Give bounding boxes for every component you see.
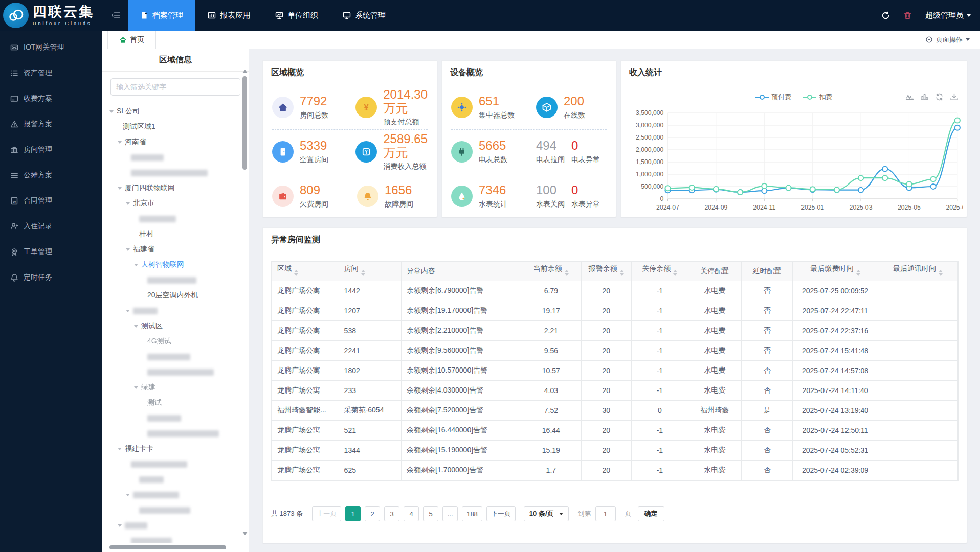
tree-item[interactable]: 北京市 <box>102 196 249 211</box>
prev-page-button[interactable]: 上一页 <box>312 506 341 521</box>
tree-caret-icon[interactable] <box>126 310 130 314</box>
nav-tab-2[interactable]: 报表应用 <box>195 0 263 31</box>
page-button-3[interactable]: 3 <box>384 506 399 521</box>
column-header[interactable]: 报警余额 <box>581 262 631 281</box>
column-header[interactable]: 区域 <box>272 262 339 281</box>
tree-caret-icon[interactable] <box>118 187 122 192</box>
tree-item[interactable]: 厦门四联物联网 <box>102 180 249 196</box>
tree-item[interactable]: 大树智物联网 <box>102 257 249 272</box>
scroll-up-arrow-icon[interactable] <box>242 67 248 73</box>
table-row[interactable]: 龙腾广场公寓233余额剩余[4.030000]告警4.0320-1水电费否202… <box>272 381 958 401</box>
tree-caret-icon[interactable] <box>126 202 130 207</box>
tree-item-redacted[interactable] <box>102 272 249 288</box>
page-actions-button[interactable]: 页面操作 <box>915 31 980 49</box>
sort-icon[interactable] <box>673 268 677 278</box>
sort-icon[interactable] <box>294 268 298 278</box>
tree-item[interactable]: 20层空调内外机 <box>102 288 249 303</box>
tree-item-redacted[interactable] <box>102 456 249 472</box>
page-button-2[interactable]: 2 <box>365 506 380 521</box>
sort-icon[interactable] <box>620 268 624 278</box>
goto-page-input[interactable] <box>595 506 616 521</box>
trash-icon[interactable] <box>903 11 912 20</box>
download-icon[interactable] <box>950 93 959 101</box>
sort-icon[interactable] <box>565 268 569 278</box>
table-row[interactable]: 龙腾广场公寓1344余额剩余[15.190000]告警15.1920-1水电费否… <box>272 441 958 461</box>
column-header[interactable]: 当前余额 <box>521 262 581 281</box>
tree-item-redacted[interactable] <box>102 410 249 426</box>
sort-icon[interactable] <box>939 268 943 278</box>
sidebar-item[interactable]: IOT网关管理 <box>0 35 102 60</box>
tree-caret-icon[interactable] <box>126 248 130 253</box>
tree-item[interactable]: 桂村 <box>102 226 249 242</box>
tree-item-redacted[interactable] <box>102 364 249 380</box>
tree-item[interactable]: 测试区 <box>102 318 249 334</box>
column-header[interactable]: 关停余额 <box>631 262 688 281</box>
sidebar-item[interactable]: 公摊方案 <box>0 163 102 188</box>
scrollbar-thumb[interactable] <box>242 76 247 170</box>
tree-caret-icon[interactable] <box>118 524 122 529</box>
sidebar-item[interactable]: 工单管理 <box>0 239 102 265</box>
sidebar-item[interactable]: 房间管理 <box>0 137 102 163</box>
nav-tab-3[interactable]: 单位组织 <box>263 0 330 31</box>
table-row[interactable]: 龙腾广场公寓521余额剩余[16.440000]告警16.4420-1水电费否2… <box>272 421 958 441</box>
tree-item[interactable]: 福建卡卡 <box>102 441 249 456</box>
column-header[interactable]: 最后缴费时间 <box>793 262 878 281</box>
tree-item-redacted[interactable] <box>102 487 249 502</box>
tree-item[interactable]: 测试 <box>102 395 249 410</box>
tree-caret-icon[interactable] <box>134 264 138 268</box>
tree-item-redacted[interactable] <box>102 518 249 533</box>
bars-icon[interactable] <box>920 93 929 101</box>
table-row[interactable]: 龙腾广场公寓1207余额剩余[19.170000]告警19.1720-1水电费否… <box>272 301 958 321</box>
page-button-5[interactable]: 5 <box>423 506 438 521</box>
pulse-icon[interactable] <box>905 93 914 101</box>
collapse-sidebar-icon[interactable] <box>112 11 121 20</box>
tree-item-redacted[interactable] <box>102 349 249 364</box>
tab-home[interactable]: 首页 <box>107 31 156 49</box>
table-row[interactable]: 龙腾广场公寓2241余额剩余[9.560000]告警9.5620-1水电费否20… <box>272 341 958 361</box>
sidebar-item[interactable]: w合同管理 <box>0 188 102 214</box>
column-header[interactable]: 最后通讯时间 <box>878 262 957 281</box>
tree-item[interactable]: 测试区域1 <box>102 119 249 134</box>
page-button-1[interactable]: 1 <box>345 506 361 521</box>
table-row[interactable]: 福州琦鑫智能...采菊苑-6054余额剩余[7.520000]告警7.52300… <box>272 401 958 421</box>
nav-tab-1[interactable]: 档案管理 <box>128 0 195 31</box>
tree-filter-input[interactable] <box>110 78 240 96</box>
sidebar-item[interactable]: 入住记录 <box>0 214 102 239</box>
tree-item-redacted[interactable] <box>102 303 249 318</box>
tree-caret-icon[interactable] <box>126 494 130 498</box>
reload-icon[interactable] <box>935 93 944 101</box>
tree-item[interactable]: 福建省 <box>102 242 249 257</box>
tree-caret-icon[interactable] <box>118 141 122 146</box>
legend-item[interactable]: 扣费 <box>803 93 833 102</box>
tree-caret-icon[interactable] <box>118 448 122 452</box>
next-page-button[interactable]: 下一页 <box>486 506 516 521</box>
page-ellipsis[interactable]: ... <box>442 506 458 521</box>
column-header[interactable]: 房间 <box>339 262 402 281</box>
table-row[interactable]: 龙腾广场公寓538余额剩余[2.210000]告警2.2120-1水电费否202… <box>272 321 958 341</box>
tree-horizontal-scrollbar[interactable] <box>109 545 226 549</box>
sort-icon[interactable] <box>361 268 365 278</box>
table-row[interactable]: 龙腾广场公寓1802余额剩余[10.570000]告警10.5720-1水电费否… <box>272 361 958 381</box>
sort-icon[interactable] <box>856 268 860 278</box>
sidebar-item[interactable]: 资产管理 <box>0 60 102 86</box>
table-row[interactable]: 龙腾广场公寓1442余额剩余[6.790000]告警6.7920-1水电费否20… <box>272 281 958 301</box>
tree-item-redacted[interactable] <box>102 165 249 180</box>
refresh-icon[interactable] <box>881 11 890 20</box>
tree-item-redacted[interactable] <box>102 211 249 226</box>
sidebar-item[interactable]: 收费方案 <box>0 86 102 111</box>
legend-item[interactable]: 预付费 <box>755 93 792 102</box>
tree-vertical-scrollbar[interactable] <box>242 67 247 538</box>
tree-item-redacted[interactable] <box>102 472 249 487</box>
tree-caret-icon[interactable] <box>134 325 138 330</box>
confirm-button[interactable]: 确定 <box>638 506 664 521</box>
tree-item[interactable]: 4G测试 <box>102 334 249 349</box>
page-button-188[interactable]: 188 <box>462 506 482 521</box>
scroll-down-arrow-icon[interactable] <box>242 532 248 538</box>
tree-caret-icon[interactable] <box>134 386 138 391</box>
nav-tab-4[interactable]: 系统管理 <box>330 0 398 31</box>
sidebar-item[interactable]: 定时任务 <box>0 265 102 290</box>
tree-item[interactable]: 绿建 <box>102 380 249 395</box>
table-row[interactable]: 龙腾广场公寓625余额剩余[1.700000]告警1.720-1水电费否2025… <box>272 461 958 480</box>
tree-caret-icon[interactable] <box>109 110 114 115</box>
page-size-select[interactable]: 10 条/页 <box>524 506 569 521</box>
